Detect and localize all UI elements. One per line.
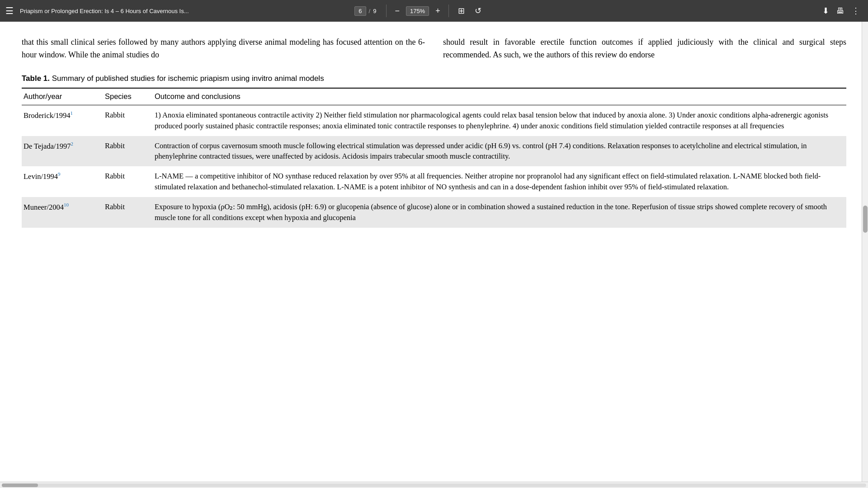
table-body: Broderick/19941Rabbit1) Anoxia eliminate… bbox=[22, 105, 846, 228]
cell-species: Rabbit bbox=[103, 197, 153, 228]
page-total: 9 bbox=[373, 8, 376, 14]
main-content: that this small clinical series followed… bbox=[0, 22, 868, 488]
rotate-button[interactable]: ↺ bbox=[472, 5, 484, 17]
cell-author: Broderick/19941 bbox=[22, 105, 103, 136]
cell-outcome: Contraction of corpus cavernosum smooth … bbox=[153, 136, 846, 167]
data-table: Author/year Species Outcome and conclusi… bbox=[22, 88, 846, 228]
vertical-scrollbar[interactable] bbox=[862, 22, 868, 482]
table-row: De Tejada/19972RabbitContraction of corp… bbox=[22, 136, 846, 167]
menu-icon[interactable]: ☰ bbox=[5, 5, 14, 16]
table-row: Broderick/19941Rabbit1) Anoxia eliminate… bbox=[22, 105, 846, 136]
col-header-outcome: Outcome and conclusions bbox=[153, 88, 846, 105]
table-caption-bold: Table 1. bbox=[22, 74, 50, 83]
horizontal-scrollbar[interactable] bbox=[0, 482, 868, 488]
zoom-in-button[interactable]: + bbox=[434, 5, 442, 17]
download-button[interactable]: ⬇ bbox=[820, 5, 832, 17]
cell-author: Levin/19949 bbox=[22, 166, 103, 197]
paragraph-text: that this small clinical series followed… bbox=[22, 36, 846, 61]
table-caption-text: Summary of published studies for ischemi… bbox=[50, 74, 324, 83]
page-navigation: 6 / 9 bbox=[354, 6, 376, 16]
divider-1 bbox=[386, 5, 387, 17]
zoom-value[interactable]: 175% bbox=[406, 6, 429, 16]
right-toolbar-icons: ⬇ 🖶 ⋮ bbox=[820, 5, 863, 17]
cell-author: De Tejada/19972 bbox=[22, 136, 103, 167]
document-title: Priapism or Prolonged Erection: Is 4 – 6… bbox=[20, 8, 346, 14]
more-options-button[interactable]: ⋮ bbox=[849, 5, 863, 17]
cell-outcome: L-NAME — a competitive inhibitor of NO s… bbox=[153, 166, 846, 197]
cell-species: Rabbit bbox=[103, 136, 153, 167]
para-right: should result in favorable erectile func… bbox=[443, 36, 846, 61]
page-number-input[interactable]: 6 bbox=[354, 6, 366, 16]
cell-species: Rabbit bbox=[103, 105, 153, 136]
table-header: Author/year Species Outcome and conclusi… bbox=[22, 88, 846, 105]
cell-species: Rabbit bbox=[103, 166, 153, 197]
cell-outcome: Exposure to hypoxia (ρO₂: 50 mmHg), acid… bbox=[153, 197, 846, 228]
zoom-out-button[interactable]: − bbox=[393, 5, 401, 17]
table-section: Table 1. Summary of published studies fo… bbox=[22, 74, 846, 228]
header-row: Author/year Species Outcome and conclusi… bbox=[22, 88, 846, 105]
cell-author: Muneer/200410 bbox=[22, 197, 103, 228]
scroll-track bbox=[2, 483, 866, 487]
page-sep: / bbox=[369, 8, 371, 14]
cell-outcome: 1) Anoxia eliminated spontaneous contrac… bbox=[153, 105, 846, 136]
divider-2 bbox=[448, 5, 449, 17]
col-header-species: Species bbox=[103, 88, 153, 105]
table-row: Levin/19949RabbitL-NAME — a competitive … bbox=[22, 166, 846, 197]
scroll-thumb-h[interactable] bbox=[2, 483, 38, 487]
para-left: that this small clinical series followed… bbox=[22, 36, 425, 61]
scroll-thumb[interactable] bbox=[863, 206, 868, 233]
toolbar: ☰ Priapism or Prolonged Erection: Is 4 –… bbox=[0, 0, 868, 22]
print-button[interactable]: 🖶 bbox=[834, 5, 847, 17]
table-row: Muneer/200410RabbitExposure to hypoxia (… bbox=[22, 197, 846, 228]
col-header-author: Author/year bbox=[22, 88, 103, 105]
fit-page-button[interactable]: ⊞ bbox=[455, 5, 467, 17]
table-caption: Table 1. Summary of published studies fo… bbox=[22, 74, 846, 83]
